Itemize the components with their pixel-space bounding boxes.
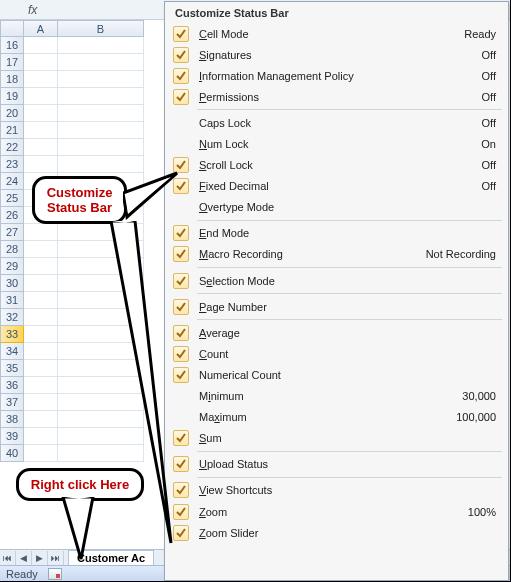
row-header[interactable]: 34 xyxy=(0,343,24,360)
cell[interactable] xyxy=(58,88,144,105)
cell[interactable] xyxy=(58,122,144,139)
cell[interactable] xyxy=(24,326,58,343)
cell[interactable] xyxy=(24,122,58,139)
cell[interactable] xyxy=(24,71,58,88)
menu-item[interactable]: Caps LockOff xyxy=(171,112,502,133)
cell[interactable] xyxy=(24,377,58,394)
row-header[interactable]: 23 xyxy=(0,156,24,173)
row-header[interactable]: 25 xyxy=(0,190,24,207)
menu-item[interactable]: Fixed DecimalOff xyxy=(171,176,502,197)
nav-next-icon[interactable]: ▶ xyxy=(32,551,48,565)
cell[interactable] xyxy=(24,88,58,105)
nav-prev-icon[interactable]: ◀ xyxy=(16,551,32,565)
row-header[interactable]: 28 xyxy=(0,241,24,258)
cell[interactable] xyxy=(24,258,58,275)
cell[interactable] xyxy=(24,292,58,309)
menu-item[interactable]: Zoom100% xyxy=(171,501,502,522)
cell[interactable] xyxy=(24,224,58,241)
menu-item[interactable]: Zoom Slider xyxy=(171,522,502,543)
menu-item[interactable]: View Shortcuts xyxy=(171,480,502,501)
menu-item-label: Sum xyxy=(199,432,496,444)
row-header[interactable]: 33 xyxy=(0,326,24,343)
row-header[interactable]: 19 xyxy=(0,88,24,105)
cell[interactable] xyxy=(24,411,58,428)
row-header[interactable]: 29 xyxy=(0,258,24,275)
cell[interactable] xyxy=(58,139,144,156)
menu-item[interactable]: Macro RecordingNot Recording xyxy=(171,244,502,265)
row-header[interactable]: 20 xyxy=(0,105,24,122)
cell[interactable] xyxy=(58,71,144,88)
menu-item[interactable]: Page Number xyxy=(171,296,502,317)
cell[interactable] xyxy=(24,105,58,122)
row-header[interactable]: 18 xyxy=(0,71,24,88)
menu-item[interactable]: Count xyxy=(171,343,502,364)
callout-customize-text: CustomizeStatus Bar xyxy=(47,185,113,215)
menu-item[interactable]: Sum xyxy=(171,428,502,449)
menu-item[interactable]: Num LockOn xyxy=(171,133,502,154)
col-header-B[interactable]: B xyxy=(58,20,144,37)
row-header[interactable]: 24 xyxy=(0,173,24,190)
menu-item[interactable]: Overtype Mode xyxy=(171,197,502,218)
cell[interactable] xyxy=(58,54,144,71)
row-header[interactable]: 27 xyxy=(0,224,24,241)
menu-item[interactable]: Upload Status xyxy=(171,454,502,475)
menu-item[interactable]: PermissionsOff xyxy=(171,86,502,107)
cell[interactable] xyxy=(24,241,58,258)
cell[interactable] xyxy=(24,428,58,445)
check-icon xyxy=(173,89,189,105)
select-all-corner[interactable] xyxy=(0,20,24,37)
col-header-A[interactable]: A xyxy=(24,20,58,37)
row-header[interactable]: 26 xyxy=(0,207,24,224)
row-header[interactable]: 36 xyxy=(0,377,24,394)
menu-item[interactable]: Cell ModeReady xyxy=(171,23,502,44)
menu-item[interactable]: Scroll LockOff xyxy=(171,155,502,176)
cell[interactable] xyxy=(24,139,58,156)
cell[interactable] xyxy=(24,275,58,292)
row-header[interactable]: 30 xyxy=(0,275,24,292)
row-header[interactable]: 35 xyxy=(0,360,24,377)
cell[interactable] xyxy=(24,309,58,326)
row-header[interactable]: 21 xyxy=(0,122,24,139)
menu-item[interactable]: Information Management PolicyOff xyxy=(171,65,502,86)
row-header[interactable]: 40 xyxy=(0,445,24,462)
menu-item-label: Page Number xyxy=(199,301,496,313)
cell[interactable] xyxy=(24,394,58,411)
menu-separator xyxy=(197,220,502,221)
menu-item-label: End Mode xyxy=(199,227,496,239)
cell[interactable] xyxy=(58,105,144,122)
customize-status-bar-menu[interactable]: Customize Status Bar Cell ModeReadySigna… xyxy=(164,1,509,581)
cell[interactable] xyxy=(24,445,58,462)
menu-item[interactable]: Minimum30,000 xyxy=(171,386,502,407)
cell[interactable] xyxy=(58,37,144,54)
menu-item-label: Scroll Lock xyxy=(199,159,482,171)
cell[interactable] xyxy=(24,156,58,173)
macro-record-icon[interactable] xyxy=(48,568,62,580)
menu-item-label: Numerical Count xyxy=(199,369,496,381)
row-header[interactable]: 16 xyxy=(0,37,24,54)
cell[interactable] xyxy=(24,343,58,360)
menu-item-value: On xyxy=(481,138,498,150)
row-header[interactable]: 17 xyxy=(0,54,24,71)
nav-first-icon[interactable]: ⏮ xyxy=(0,551,16,565)
menu-item-value: 100% xyxy=(468,506,498,518)
row-header[interactable]: 22 xyxy=(0,139,24,156)
menu-item[interactable]: End Mode xyxy=(171,223,502,244)
callout-customize: CustomizeStatus Bar xyxy=(32,176,127,224)
row-header[interactable]: 38 xyxy=(0,411,24,428)
row-header[interactable]: 39 xyxy=(0,428,24,445)
menu-item[interactable]: Numerical Count xyxy=(171,364,502,385)
cell[interactable] xyxy=(24,37,58,54)
menu-item[interactable]: Selection Mode xyxy=(171,270,502,291)
menu-item[interactable]: Average xyxy=(171,322,502,343)
row-header[interactable]: 32 xyxy=(0,309,24,326)
row-header[interactable]: 31 xyxy=(0,292,24,309)
menu-item-value: Not Recording xyxy=(426,248,498,260)
row-header[interactable]: 37 xyxy=(0,394,24,411)
menu-item-value: Off xyxy=(482,49,498,61)
menu-item[interactable]: SignaturesOff xyxy=(171,44,502,65)
menu-item[interactable]: Maximum100,000 xyxy=(171,407,502,428)
cell[interactable] xyxy=(24,54,58,71)
cell[interactable] xyxy=(24,360,58,377)
menu-item-label: Caps Lock xyxy=(199,117,482,129)
menu-separator xyxy=(197,293,502,294)
